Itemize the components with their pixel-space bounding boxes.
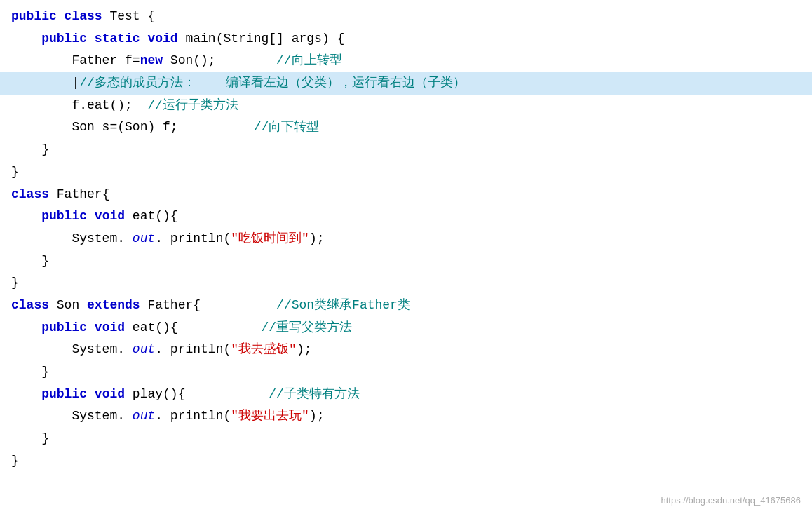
code-line-2: public static void main(String[] args) { <box>0 28 812 50</box>
code-line-3: Father f=new Son(); //向上转型 <box>0 50 812 72</box>
code-line-10: public void eat(){ <box>0 205 812 228</box>
code-line-14: class Son extends Father{ //Son类继承Father… <box>0 295 812 317</box>
code-line-8: } <box>0 161 812 184</box>
code-line-1: public class Test { <box>0 6 812 28</box>
code-line-12: } <box>0 250 812 273</box>
code-line-16: System. out. println("我去盛饭"); <box>0 339 812 361</box>
code-line-20: } <box>0 428 812 450</box>
code-block: public class Test { public static void m… <box>0 0 812 514</box>
code-line-11: System. out. println("吃饭时间到"); <box>0 228 812 250</box>
code-line-15: public void eat(){ //重写父类方法 <box>0 317 812 339</box>
code-line-6: Son s=(Son) f; //向下转型 <box>0 116 812 139</box>
code-line-19: System. out. println("我要出去玩"); <box>0 405 812 428</box>
code-line-17: } <box>0 361 812 384</box>
code-line-9: class Father{ <box>0 184 812 206</box>
code-line-13: } <box>0 272 812 295</box>
watermark: https://blog.csdn.net/qq_41675686 <box>661 494 801 508</box>
code-line-21: } <box>0 450 812 473</box>
code-line-5: f.eat(); //运行子类方法 <box>0 95 812 117</box>
code-line-4: |//多态的成员方法： 编译看左边（父类），运行看右边（子类） <box>0 72 812 95</box>
code-line-7: } <box>0 139 812 161</box>
code-line-18: public void play(){ //子类特有方法 <box>0 384 812 406</box>
